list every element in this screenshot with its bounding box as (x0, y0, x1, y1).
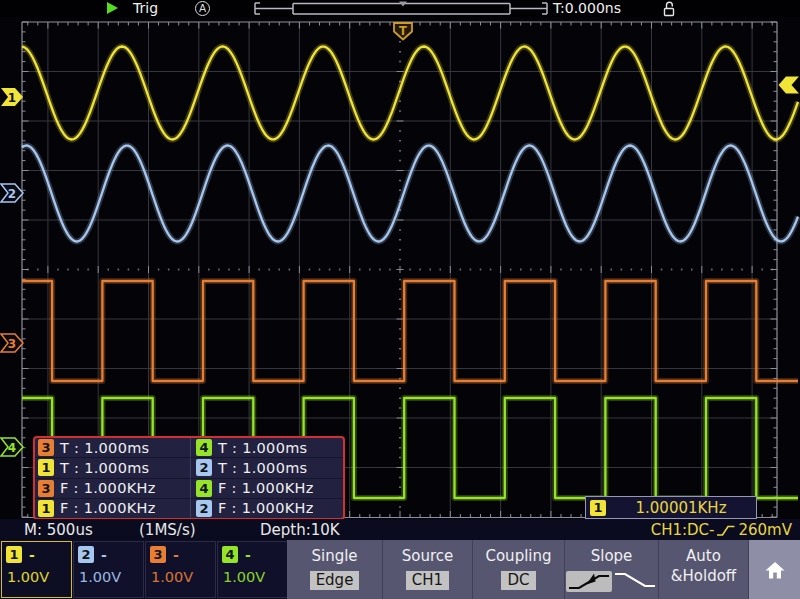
trigger-source-value: CH1 (406, 571, 449, 590)
ch4-badge: 4 (196, 480, 212, 497)
top-status-bar: Trig A T:0.000ns (0, 0, 800, 17)
ch2-badge: 2 (196, 500, 212, 517)
measurement-value: F : 1.000KHz (218, 500, 314, 516)
ch1-coupling-indicator: - (29, 548, 35, 562)
ch1-badge: 1 (590, 500, 606, 516)
ch1-scale-value: 1.00V (2, 563, 71, 585)
ch4-position-marker-label: 4 (8, 441, 16, 455)
ch3-badge: 3 (150, 546, 166, 563)
ch1-position-marker-label: 1 (8, 91, 16, 105)
channel2-settings-button[interactable]: 2 - 1.00V (73, 541, 144, 598)
measurement-value: T : 1.000ms (218, 440, 307, 456)
holdoff-label: &Holdoff (659, 567, 748, 585)
trigger-offset-readout: T:0.000ns (553, 0, 621, 17)
ch4-badge: 4 (222, 546, 238, 563)
rising-edge-icon (716, 524, 736, 537)
rising-slope-selected-icon[interactable] (566, 571, 612, 592)
ch3-trace (22, 281, 798, 381)
trigger-coupling-value: DC (501, 571, 535, 590)
trigger-settings-readout: CH1:DC- 260mV (651, 521, 792, 539)
trigger-mode-label: Auto (659, 547, 748, 565)
measurement-value: T : 1.000ms (218, 460, 307, 476)
channel1-settings-button[interactable]: 1 - 1.00V (1, 541, 72, 598)
measurement-value: T : 1.000ms (60, 440, 149, 456)
ch2-badge: 2 (78, 546, 94, 563)
status-bar: M: 500us (1MS/s) Depth:10K CH1:DC- 260mV (0, 519, 800, 540)
lock-icon[interactable] (662, 1, 676, 21)
ch3-scale-value: 1.00V (146, 563, 215, 585)
ch3-badge: 3 (38, 439, 54, 456)
measurement-value: T : 1.000ms (60, 460, 149, 476)
ch4-coupling-indicator: - (245, 548, 251, 562)
trigger-level-value: 260mV (738, 521, 792, 539)
measurement-ch1-frequency: 1 F : 1.000KHz (35, 498, 190, 518)
ch1-trace (22, 47, 798, 140)
trigger-type-button[interactable]: Single Edge (287, 540, 382, 599)
measurement-panel: 3 T : 1.000ms 4 T : 1.000ms 1 T : 1.000m… (33, 436, 345, 520)
trigger-mode-holdoff-button[interactable]: Auto &Holdoff (658, 540, 748, 599)
frequency-counter: 1 1.00001KHz (585, 496, 757, 519)
ch4-badge: 4 (196, 439, 212, 456)
measurement-value: F : 1.000KHz (60, 500, 156, 516)
measurement-value: F : 1.000KHz (60, 480, 156, 496)
trigger-level-marker[interactable] (779, 77, 800, 94)
ch4-scale-value: 1.00V (218, 563, 287, 585)
run-state-play-icon (107, 2, 118, 14)
ch2-position-marker-label: 2 (8, 187, 16, 201)
auto-trigger-mode-icon: A (195, 1, 210, 16)
ch3-coupling-indicator: - (173, 548, 179, 562)
ch2-badge: 2 (196, 459, 212, 476)
record-depth-readout: Depth:10K (260, 521, 340, 539)
bottom-menu-bar: 1 - 1.00V 2 - 1.00V 3 - 1.00V 4 - 1.00V (0, 540, 800, 599)
home-button[interactable] (748, 540, 800, 599)
trigger-position-marker-label: T (399, 24, 407, 38)
trigger-source-coupling: CH1:DC- (651, 521, 715, 539)
trigger-menu-panel: Single Edge Source CH1 Coupling DC Slope (287, 540, 800, 599)
home-icon (763, 559, 787, 581)
ch2-coupling-indicator: - (101, 548, 107, 562)
trigger-source-label: Source (383, 547, 472, 565)
trigger-slope-button[interactable]: Slope (564, 540, 658, 599)
ch3-trace-glow (22, 281, 798, 381)
trigger-type-label: Single (287, 547, 382, 565)
ch1-badge: 1 (38, 500, 54, 517)
trigger-coupling-button[interactable]: Coupling DC (472, 540, 564, 599)
ch2-trace-glow (22, 146, 798, 242)
measurement-ch3-frequency: 3 F : 1.000KHz (35, 478, 190, 498)
trigger-source-button[interactable]: Source CH1 (382, 540, 472, 599)
oscilloscope-screen: T1234 Trig A T:0.000ns 3 T : 1.000ms 4 T… (0, 0, 800, 599)
trigger-type-value: Edge (310, 571, 360, 590)
ch3-badge: 3 (38, 480, 54, 497)
measurement-ch4-period: 4 T : 1.000ms (190, 438, 343, 457)
trigger-slope-label: Slope (565, 547, 658, 565)
frequency-counter-value: 1.00001KHz (606, 499, 756, 517)
channel4-settings-button[interactable]: 4 - 1.00V (217, 541, 288, 598)
record-position-bar (0, 0, 800, 17)
ch1-badge: 1 (6, 546, 22, 563)
falling-slope-icon[interactable] (612, 569, 658, 594)
ch2-scale-value: 1.00V (74, 563, 143, 585)
measurement-value: F : 1.000KHz (218, 480, 314, 496)
measurement-ch3-period: 3 T : 1.000ms (35, 438, 190, 457)
measurement-ch2-frequency: 2 F : 1.000KHz (190, 498, 343, 518)
timebase-readout: M: 500us (24, 521, 93, 539)
trigger-coupling-label: Coupling (473, 547, 564, 565)
ch3-position-marker-label: 3 (8, 337, 16, 351)
trigger-status-label: Trig (133, 0, 158, 17)
ch1-badge: 1 (38, 459, 54, 476)
measurement-ch2-period: 2 T : 1.000ms (190, 457, 343, 477)
measurement-ch1-period: 1 T : 1.000ms (35, 457, 190, 477)
channel3-settings-button[interactable]: 3 - 1.00V (145, 541, 216, 598)
sample-rate-readout: (1MS/s) (139, 521, 196, 539)
measurement-ch4-frequency: 4 F : 1.000KHz (190, 478, 343, 498)
